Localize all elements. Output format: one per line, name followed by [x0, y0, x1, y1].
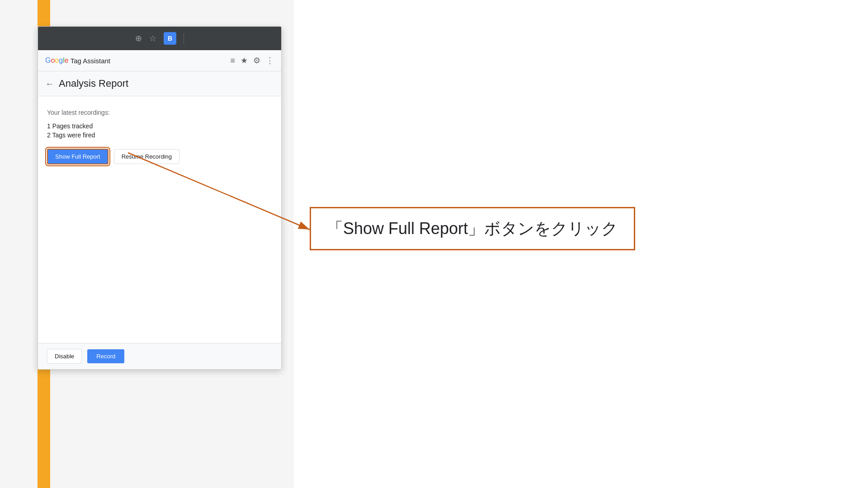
product-name-label: Tag Assistant	[71, 57, 110, 65]
show-full-report-button[interactable]: Show Full Report	[47, 149, 108, 164]
extension-footer: Disable Record	[38, 343, 281, 369]
extension-icon[interactable]: B	[164, 32, 176, 45]
page-title-bar: ← Analysis Report	[38, 71, 281, 96]
disable-button[interactable]: Disable	[47, 349, 82, 364]
page-title: Analysis Report	[59, 78, 128, 89]
google-logo: Google	[45, 56, 69, 65]
extension-content: Your latest recordings: 1 Pages tracked …	[38, 96, 281, 343]
star-icon[interactable]: ★	[241, 56, 248, 66]
back-button[interactable]: ←	[45, 79, 54, 89]
stat-tags-fired: 2 Tags were fired	[47, 131, 272, 139]
logo-area: Google Tag Assistant	[45, 56, 110, 65]
settings-icon[interactable]: ⚙	[253, 56, 260, 66]
annotation-callout: 「Show Full Report」ボタンをクリック	[310, 207, 635, 250]
header-icons: ≡ ★ ⚙ ⋮	[230, 56, 274, 66]
add-tab-icon[interactable]: ⊕	[135, 33, 142, 43]
action-buttons: Show Full Report Resume Recording	[47, 149, 272, 164]
stat-pages-tracked: 1 Pages tracked	[47, 122, 272, 130]
chrome-toolbar: ⊕ ☆ B	[38, 27, 281, 50]
record-button[interactable]: Record	[87, 349, 124, 363]
more-icon[interactable]: ⋮	[266, 56, 274, 66]
recordings-label: Your latest recordings:	[47, 109, 272, 116]
extension-header: Google Tag Assistant ≡ ★ ⚙ ⋮	[38, 50, 281, 71]
annotation-text: 「Show Full Report」ボタンをクリック	[327, 218, 618, 240]
resume-recording-button[interactable]: Resume Recording	[114, 149, 179, 164]
filter-icon[interactable]: ≡	[230, 56, 235, 66]
toolbar-divider	[184, 33, 184, 44]
bookmark-icon[interactable]: ☆	[149, 33, 156, 43]
extension-popup: ⊕ ☆ B Google Tag Assistant ≡ ★ ⚙ ⋮ ← Ana…	[38, 26, 282, 370]
